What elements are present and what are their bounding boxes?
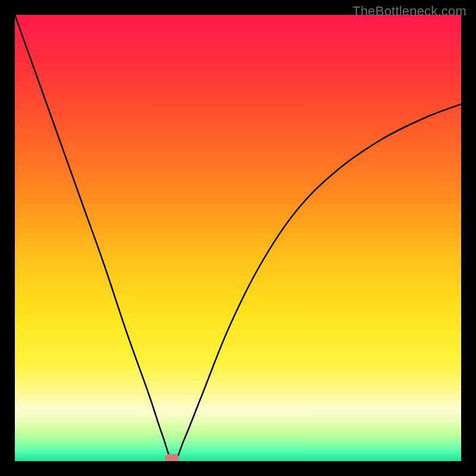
- watermark-text: TheBottleneck.com: [352, 4, 466, 19]
- minimum-marker: [165, 454, 179, 461]
- chart-plot-area: [15, 15, 461, 461]
- bottleneck-curve: [15, 15, 461, 461]
